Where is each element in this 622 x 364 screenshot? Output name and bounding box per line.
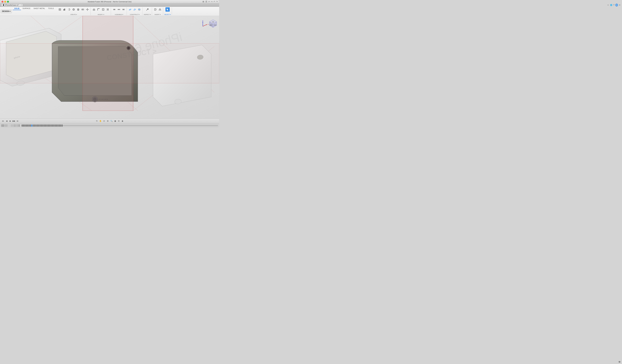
design-label: DESIGN ▾	[2, 10, 10, 12]
timeline-marker-14[interactable]	[40, 125, 40, 127]
timeline-icon-5[interactable]	[14, 124, 16, 127]
timeline-marker-9[interactable]	[33, 125, 34, 127]
timeline-marker-5[interactable]	[27, 125, 28, 127]
timeline-marker-15[interactable]	[41, 125, 42, 127]
create-icons	[58, 7, 90, 12]
sphere-btn[interactable]	[72, 7, 76, 12]
timeline-marker-30[interactable]	[62, 125, 63, 127]
extrude-btn[interactable]	[62, 7, 67, 12]
timeline-marker-22[interactable]	[51, 125, 52, 127]
timeline-marker-28[interactable]	[59, 125, 60, 127]
timeline-icon-1[interactable]	[1, 124, 4, 127]
timeline-icon-6[interactable]	[16, 124, 18, 127]
nav-back-icon[interactable]: ↩	[209, 0, 210, 3]
plane-at-angle-btn[interactable]	[133, 7, 137, 12]
timeline-marker-27[interactable]	[58, 125, 58, 127]
maximize-button[interactable]	[7, 1, 9, 3]
tab-solid[interactable]: SOLID	[13, 7, 21, 10]
revolve-btn[interactable]	[67, 7, 71, 12]
timeline-icon-4[interactable]	[11, 124, 13, 127]
timeline-marker-17[interactable]	[44, 125, 45, 127]
timeline-icon-7[interactable]	[19, 124, 19, 127]
timeline-end-btn[interactable]: ⏭	[16, 119, 19, 123]
create-group: CREATE ▾	[57, 7, 91, 15]
press-pull-btn[interactable]	[92, 7, 96, 12]
timeline-marker-8[interactable]	[31, 125, 32, 127]
insert-mesh-btn[interactable]	[158, 7, 162, 12]
timeline-marker-23[interactable]	[52, 125, 53, 127]
timeline-marker-16[interactable]	[42, 125, 43, 127]
close-button[interactable]	[1, 1, 3, 3]
create-label: CREATE ▾	[70, 14, 77, 15]
timeline-back-btn[interactable]: ◀	[5, 119, 8, 123]
fillet-btn[interactable]	[97, 7, 101, 12]
grid-icon[interactable]: ⊞	[202, 0, 204, 3]
timeline-marker-10[interactable]	[34, 125, 35, 127]
timeline-marker-2[interactable]	[23, 125, 24, 127]
new-joint-btn[interactable]	[112, 7, 117, 12]
timeline-marker-7[interactable]	[30, 125, 31, 127]
timeline-icon-3[interactable]	[8, 124, 10, 127]
insert-derive-btn[interactable]	[153, 7, 157, 12]
timeline-marker-11[interactable]	[36, 125, 37, 127]
offset-plane-btn[interactable]	[128, 7, 132, 12]
tab-close-icon[interactable]: ✕	[21, 4, 22, 6]
grid-settings-btn[interactable]: ⊟	[117, 119, 120, 123]
tab-iphone6scase[interactable]: 📱 iPhone6sCase v1* ✕	[1, 4, 23, 6]
orbit-btn[interactable]: ⟲	[95, 119, 98, 123]
timeline-marker-6[interactable]	[29, 125, 30, 127]
svg-text:RIGHT: RIGHT	[214, 25, 216, 26]
midplane-btn[interactable]	[137, 7, 141, 12]
zoom-in-btn[interactable]: 🔍	[110, 119, 113, 123]
timeline-marker-25[interactable]	[55, 125, 56, 127]
timeline-marker-13[interactable]	[38, 125, 39, 127]
timeline-marker-12[interactable]	[37, 125, 38, 127]
zoom-fit-btn[interactable]: ⊡	[102, 119, 106, 123]
minimize-button[interactable]	[4, 1, 6, 3]
zoom-window-btn[interactable]: ⊞	[106, 119, 109, 123]
mirror-btn[interactable]	[81, 7, 85, 12]
timeline-start-btn[interactable]: ⏮	[1, 119, 5, 123]
tab-tools[interactable]: TOOLS	[47, 7, 55, 10]
design-button[interactable]: DESIGN ▾	[0, 9, 12, 13]
rigid-group-btn[interactable]	[121, 7, 126, 12]
render-settings-btn[interactable]: ◉	[121, 119, 124, 123]
cylinder-btn[interactable]	[76, 7, 80, 12]
timeline-forward-btn[interactable]: ▶▶	[12, 119, 16, 123]
timeline-marker-20[interactable]	[48, 125, 49, 127]
timeline-marker-3[interactable]	[24, 125, 25, 127]
undo-icon[interactable]: ↶	[214, 0, 215, 3]
shell-btn[interactable]	[101, 7, 105, 12]
timeline-marker-21[interactable]	[49, 125, 50, 127]
redo-icon[interactable]: ↷	[216, 0, 218, 3]
new-component-btn[interactable]	[58, 7, 62, 12]
joint-btn[interactable]	[117, 7, 121, 12]
construct-label-btn: CONSTRUCT ▾	[130, 14, 140, 15]
timeline-marker-24[interactable]	[53, 125, 54, 127]
timeline-marker-4[interactable]	[26, 125, 27, 127]
svg-marker-16	[83, 9, 84, 10]
app-title: Autodesk Fusion 360 (Personal – Not for …	[88, 1, 132, 3]
timeline-icon-2[interactable]	[5, 124, 8, 127]
timeline-marker-26[interactable]	[56, 125, 57, 127]
timeline-play-btn[interactable]: ▶	[9, 119, 12, 123]
svg-marker-50	[156, 9, 156, 10]
measure-btn[interactable]	[145, 7, 150, 12]
timeline-marker-18[interactable]	[45, 125, 46, 127]
timeline-marker-1[interactable]	[22, 125, 23, 127]
pan-btn[interactable]: ✋	[99, 119, 102, 123]
tab-surface[interactable]: SURFACE	[21, 7, 32, 10]
select-btn[interactable]	[165, 7, 170, 12]
hamburger-icon[interactable]: ☰	[205, 0, 207, 3]
timeline-track[interactable]	[21, 125, 218, 126]
tab-sheet-metal[interactable]: SHEET METAL	[32, 7, 47, 10]
select-label: SELECT ▾	[164, 14, 171, 15]
timeline-marker-29[interactable]	[60, 125, 61, 127]
scale-btn[interactable]	[106, 7, 110, 12]
viewport[interactable]: iphone	[0, 16, 219, 119]
nav-forward-icon[interactable]: ↪	[211, 0, 213, 3]
timeline-marker-19[interactable]	[47, 125, 47, 127]
move-btn[interactable]	[85, 7, 90, 12]
svg-rect-28	[107, 9, 108, 10]
display-settings-btn[interactable]: ▣	[113, 119, 117, 123]
